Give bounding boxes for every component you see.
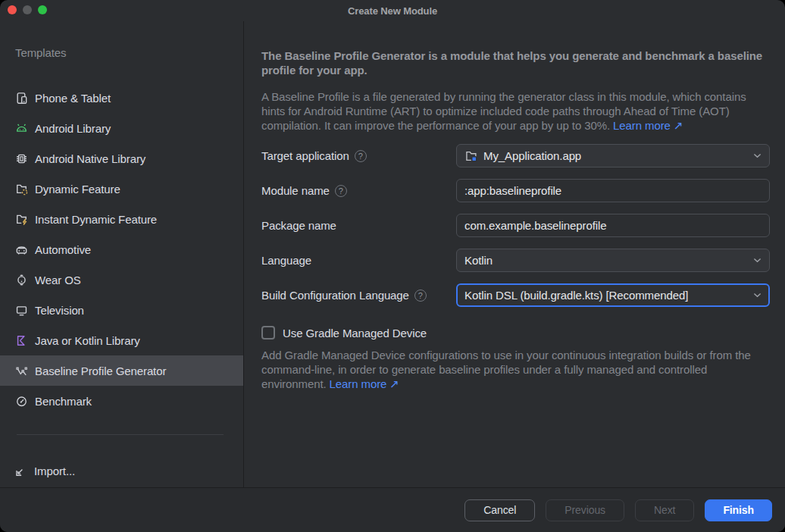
sidebar-item-television[interactable]: Television [0, 295, 243, 325]
sidebar-item-android-native-library[interactable]: Android Native Library [0, 143, 243, 174]
template-list: Phone & TabletAndroid LibraryAndroid Nat… [0, 83, 243, 416]
template-summary: The Baseline Profile Generator is a modu… [261, 49, 770, 77]
sidebar-item-label: Baseline Profile Generator [35, 365, 166, 377]
build-configuration-language-field-cell: Kotlin DSL (build.gradle.kts) [Recommend… [456, 283, 770, 307]
sidebar-item-import[interactable]: Import... [0, 456, 243, 485]
gmd-description: Add Gradle Managed Device configurations… [261, 348, 770, 391]
use-gradle-managed-device-checkbox[interactable] [261, 326, 275, 340]
sidebar-divider [17, 434, 224, 435]
dropdown-selected-value: Kotlin DSL (build.gradle.kts) [Recommend… [464, 289, 748, 302]
chevron-down-icon [753, 293, 762, 298]
field-label-text: Target application [261, 149, 349, 162]
finish-button[interactable]: Finish [705, 499, 772, 521]
sidebar-item-label: Benchmark [35, 395, 92, 408]
sidebar-item-baseline-profile-generator[interactable]: Baseline Profile Generator [0, 355, 243, 386]
sidebar-item-wear-os[interactable]: Wear OS [0, 264, 243, 295]
sidebar-item-label: Instant Dynamic Feature [35, 213, 157, 226]
sidebar-item-android-library[interactable]: Android Library [0, 113, 243, 143]
sidebar-item-label: Android Library [35, 122, 111, 135]
target-application-dropdown[interactable]: My_Application.app [456, 144, 770, 167]
language-dropdown[interactable]: Kotlin [456, 249, 770, 272]
target-application-field-cell: My_Application.app [456, 144, 770, 167]
chevron-down-icon [753, 153, 762, 158]
window-title: Create New Module [0, 0, 785, 21]
templates-sidebar: Templates Phone & TabletAndroid LibraryA… [0, 21, 244, 487]
sidebar-item-label: Wear OS [35, 274, 81, 286]
dialog-footer: Cancel Previous Next Finish [0, 487, 785, 532]
module-name-input[interactable] [456, 179, 770, 202]
sidebar-item-label: Android Native Library [35, 152, 145, 165]
target-application-label: Target application? [261, 149, 456, 162]
import-icon [14, 465, 27, 477]
package-name-label: Package name [261, 219, 456, 232]
sidebar-item-label: Dynamic Feature [35, 183, 120, 196]
learn-more-link[interactable]: Learn more ↗ [613, 119, 683, 132]
sidebar-header: Templates [15, 46, 66, 59]
gmd-learn-more-link[interactable]: Learn more ↗ [330, 377, 399, 390]
build-configuration-language-label: Build Configuration Language? [261, 289, 456, 302]
dropdown-selected-value: My_Application.app [483, 149, 748, 162]
sidebar-item-label: Phone & Tablet [35, 92, 111, 105]
field-label-text: Module name [261, 184, 330, 197]
sidebar-item-automotive[interactable]: Automotive [0, 234, 243, 264]
field-label-text: Language [261, 254, 311, 267]
import-label: Import... [34, 465, 75, 477]
sidebar-item-java-or-kotlin-library[interactable]: Java or Kotlin Library [0, 325, 243, 355]
module-folder-icon [464, 149, 478, 163]
help-icon[interactable]: ? [335, 185, 347, 197]
create-new-module-dialog: Create New Module Templates Phone & Tabl… [0, 0, 785, 532]
module-name-label: Module name? [261, 184, 456, 197]
tv-icon [14, 303, 28, 317]
chevron-down-icon [753, 258, 762, 263]
folder-instant-icon [14, 212, 28, 226]
android-icon [14, 121, 28, 135]
cancel-button[interactable]: Cancel [464, 499, 535, 521]
sidebar-item-label: Java or Kotlin Library [35, 334, 140, 347]
sidebar-item-label: Television [35, 304, 84, 317]
previous-button[interactable]: Previous [546, 499, 624, 521]
folder-dynamic-icon [14, 182, 28, 196]
main-panel: The Baseline Profile Generator is a modu… [244, 21, 785, 487]
help-icon[interactable]: ? [414, 289, 427, 302]
chart-icon [14, 364, 28, 377]
phone-tablet-icon [14, 91, 28, 105]
module-form: Target application?My_Application.appMod… [261, 144, 770, 307]
kotlin-icon [14, 333, 28, 347]
field-label-text: Build Configuration Language [261, 289, 409, 302]
sidebar-item-instant-dynamic-feature[interactable]: Instant Dynamic Feature [0, 204, 243, 234]
language-field-cell: Kotlin [456, 249, 770, 272]
sidebar-item-phone-tablet[interactable]: Phone & Tablet [0, 83, 243, 113]
watch-icon [14, 273, 28, 286]
next-button[interactable]: Next [635, 499, 694, 521]
gauge-icon [14, 394, 28, 408]
module-name-field-cell [456, 179, 770, 202]
template-description: A Baseline Profile is a file generated b… [261, 89, 770, 133]
sidebar-item-dynamic-feature[interactable]: Dynamic Feature [0, 174, 243, 204]
gmd-checkbox-row: Use Gradle Managed Device [261, 326, 770, 340]
chip-icon [14, 152, 28, 165]
package-name-field-cell [456, 214, 770, 237]
gmd-checkbox-label: Use Gradle Managed Device [283, 327, 427, 340]
language-label: Language [261, 254, 456, 267]
titlebar: Create New Module [0, 0, 785, 21]
help-icon[interactable]: ? [355, 150, 367, 162]
build-configuration-language-dropdown[interactable]: Kotlin DSL (build.gradle.kts) [Recommend… [456, 283, 770, 307]
car-icon [14, 243, 28, 256]
field-label-text: Package name [261, 219, 336, 232]
sidebar-item-label: Automotive [35, 243, 91, 256]
dropdown-selected-value: Kotlin [464, 254, 748, 267]
sidebar-item-benchmark[interactable]: Benchmark [0, 386, 243, 416]
package-name-input[interactable] [456, 214, 770, 237]
